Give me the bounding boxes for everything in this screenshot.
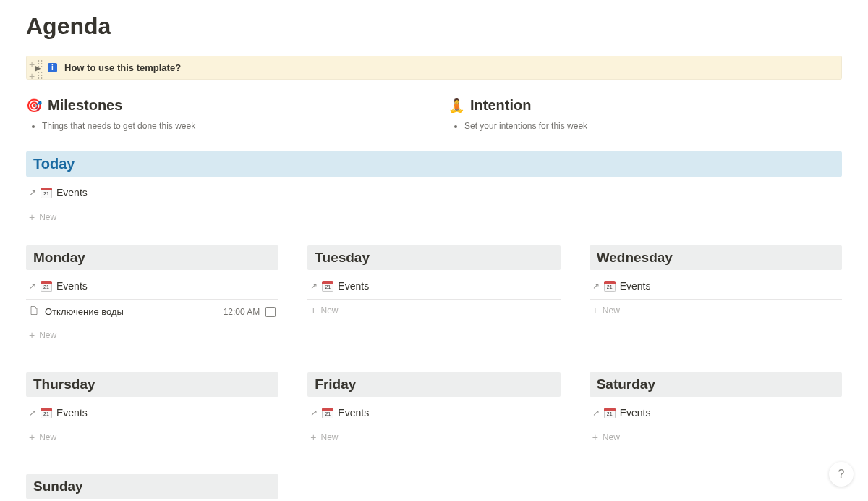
list-item[interactable]: Things that needs to get done this week — [42, 121, 420, 131]
day-header: Monday — [26, 245, 278, 270]
events-label: Events — [56, 280, 88, 292]
new-label: New — [39, 432, 56, 442]
arrow-up-right-icon: ↗ — [592, 281, 600, 291]
calendar-icon — [41, 408, 52, 418]
day-name: Monday — [33, 250, 85, 265]
day-name: Tuesday — [315, 250, 370, 265]
add-block-icon[interactable]: + — [29, 70, 35, 82]
events-link[interactable]: ↗ Events — [590, 400, 842, 426]
events-label: Events — [620, 280, 651, 292]
new-button[interactable]: + New — [590, 300, 842, 319]
event-checkbox[interactable] — [265, 307, 276, 317]
new-label: New — [39, 212, 56, 222]
events-label: Events — [620, 407, 651, 418]
day-block-sunday: Sunday ↗ Events + New — [26, 474, 278, 501]
milestones-section: 🎯 Milestones Things that needs to get do… — [26, 97, 420, 131]
drag-handle-icon[interactable]: ⠿ — [36, 59, 43, 70]
day-header: Friday — [307, 372, 560, 397]
list-item[interactable]: Set your intentions for this week — [464, 121, 842, 131]
day-block-friday: Friday ↗ Events + New — [307, 372, 560, 445]
events-label: Events — [56, 187, 88, 198]
today-header: Today — [26, 151, 842, 177]
arrow-up-right-icon: ↗ — [310, 408, 318, 418]
day-block-wednesday: Wednesday ↗ Events + New — [590, 245, 842, 343]
new-label: New — [603, 306, 620, 316]
events-label: Events — [338, 280, 369, 292]
day-header: Saturday — [590, 372, 842, 397]
arrow-up-right-icon: ↗ — [29, 408, 36, 418]
plus-icon: + — [29, 432, 35, 442]
info-icon: i — [48, 63, 57, 72]
day-name: Saturday — [597, 376, 655, 392]
day-name: Thursday — [33, 376, 95, 392]
intention-section: 🧘 Intention Set your intentions for this… — [448, 97, 842, 131]
new-button[interactable]: + New — [307, 426, 560, 445]
calendar-icon — [604, 408, 616, 418]
day-name: Wednesday — [597, 250, 673, 265]
calendar-icon — [41, 281, 52, 292]
events-link[interactable]: ↗ Events — [26, 400, 278, 426]
milestones-heading: 🎯 Milestones — [26, 97, 420, 114]
target-icon: 🎯 — [26, 98, 42, 114]
day-block-tuesday: Tuesday ↗ Events + New — [307, 245, 560, 343]
arrow-up-right-icon: ↗ — [592, 408, 600, 418]
day-header: Sunday — [26, 474, 278, 499]
calendar-icon — [41, 188, 52, 198]
drag-handle-icon[interactable]: ⠿ — [36, 70, 43, 82]
calendar-icon — [322, 281, 333, 292]
page-icon — [29, 306, 39, 318]
calendar-icon — [604, 281, 616, 292]
page-title: Agenda — [26, 0, 842, 40]
events-label: Events — [56, 407, 88, 418]
intention-heading: 🧘 Intention — [448, 97, 842, 114]
new-label: New — [603, 432, 620, 442]
day-block-saturday: Saturday ↗ Events + New — [590, 372, 842, 445]
events-link[interactable]: ↗ Events — [26, 273, 278, 300]
events-label: Events — [338, 407, 369, 418]
callout-how-to-use[interactable]: ▶ i How to use this template? — [26, 56, 842, 80]
block-controls[interactable]: + ⠿ — [29, 59, 43, 70]
plus-icon: + — [29, 330, 35, 340]
event-title: Отключение воды — [45, 306, 218, 317]
event-time: 12:00 AM — [224, 307, 260, 317]
new-label: New — [321, 306, 339, 316]
help-icon: ? — [838, 468, 845, 481]
day-block-thursday: Thursday ↗ Events + New — [26, 372, 278, 445]
arrow-up-right-icon: ↗ — [29, 188, 36, 198]
plus-icon: + — [29, 212, 35, 222]
events-link[interactable]: ↗ Events — [590, 273, 842, 300]
plus-icon: + — [592, 306, 598, 316]
day-block-monday: Monday ↗ Events Отключение воды 12:00 AM… — [26, 245, 278, 343]
arrow-up-right-icon: ↗ — [310, 281, 318, 291]
new-label: New — [39, 330, 56, 340]
calendar-icon — [322, 408, 333, 418]
arrow-up-right-icon: ↗ — [29, 281, 36, 291]
events-link[interactable]: ↗ Events — [26, 180, 842, 206]
plus-icon: + — [310, 432, 316, 442]
new-button[interactable]: + New — [26, 426, 278, 445]
day-name: Sunday — [33, 479, 83, 494]
milestones-title: Milestones — [48, 97, 122, 114]
today-section: Today ↗ Events + New — [26, 151, 842, 225]
day-header: Wednesday — [590, 245, 842, 270]
plus-icon: + — [592, 432, 598, 442]
new-button[interactable]: + New — [26, 206, 842, 225]
callout-text: How to use this template? — [64, 62, 181, 73]
add-block-icon[interactable]: + — [29, 59, 35, 70]
events-link[interactable]: ↗ Events — [307, 273, 560, 300]
day-name: Friday — [315, 376, 356, 392]
new-button[interactable]: + New — [26, 324, 278, 343]
plus-icon: + — [310, 306, 316, 316]
new-label: New — [321, 432, 339, 442]
new-button[interactable]: + New — [307, 300, 560, 319]
event-row[interactable]: Отключение воды 12:00 AM — [26, 300, 278, 324]
new-button[interactable]: + New — [590, 426, 842, 445]
meditation-icon: 🧘 — [448, 98, 464, 114]
day-header: Thursday — [26, 372, 278, 397]
today-heading: Today — [33, 156, 75, 172]
day-header: Tuesday — [307, 245, 560, 270]
intention-title: Intention — [470, 97, 531, 114]
help-button[interactable]: ? — [829, 462, 854, 487]
block-controls[interactable]: + ⠿ — [29, 70, 43, 82]
events-link[interactable]: ↗ Events — [307, 400, 560, 426]
